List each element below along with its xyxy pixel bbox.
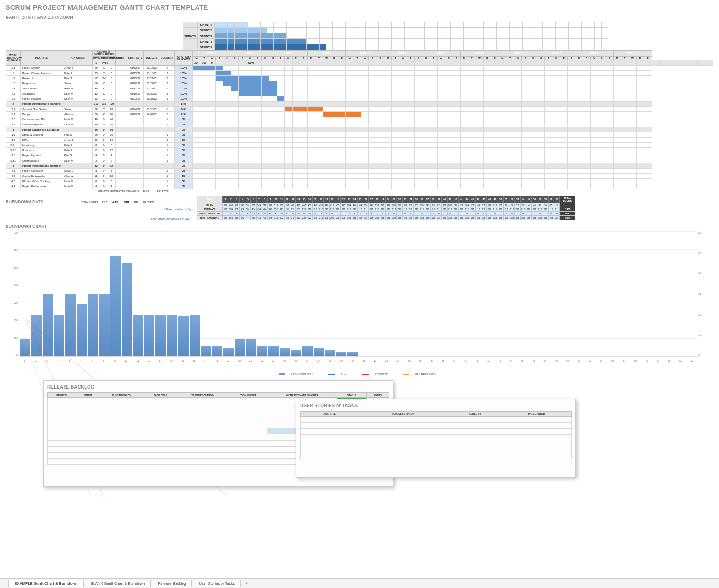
totals-row: ESTIMATECOMPLETEDREMAINING DAYSEST DAYS	[97, 189, 172, 193]
total-hours-label: TOTAL HOURS	[81, 201, 98, 204]
sprints-legend: SPRINT 1SPRINT 2SPRINTSSPRINT 3SPRINT 4S…	[183, 22, 608, 50]
burndown-data-title: BURNDOWN DATA	[6, 199, 44, 204]
days-value: 60	[134, 200, 138, 204]
user-stories-panel: USER STORIES or TASKS TASK TITLETASK DES…	[296, 399, 576, 478]
sum-estimate: 617	[102, 200, 107, 204]
preview-panels: RELEASE BACKLOG PRIORITYSPRINTFUNCTIONAL…	[10, 380, 709, 488]
user-stories-table: TASK TITLETASK DESCRIPTIONADDED BYDATED …	[300, 411, 572, 459]
sum-remaining: 198	[124, 200, 129, 204]
est-days-value: 10.28333	[142, 201, 154, 204]
burndown-chart-title: BURNDOWN CHART	[6, 224, 713, 228]
burndown-data-table: DAY1234567891011121314151617181920212223…	[197, 196, 575, 220]
burndown-chart: 7006005004003002001000 6050403020100 123…	[9, 231, 707, 367]
release-backlog-title: RELEASE BACKLOG	[47, 384, 389, 390]
gantt-table: WORK BREAKDOWN STRUCTURETASK TITLETASK O…	[6, 50, 713, 189]
sum-completed: 419	[112, 200, 118, 204]
note-days: ^ Enter number of days	[6, 208, 193, 211]
page-title: SCRUM PROJECT MANAGEMENT GANTT CHART TEM…	[6, 4, 713, 11]
gantt-subtitle: GANTT CHART AND BURNDOWN	[6, 15, 713, 20]
note-hours: Enter hours completed per day →	[6, 217, 193, 220]
user-stories-title: USER STORIES or TASKS	[300, 403, 572, 408]
